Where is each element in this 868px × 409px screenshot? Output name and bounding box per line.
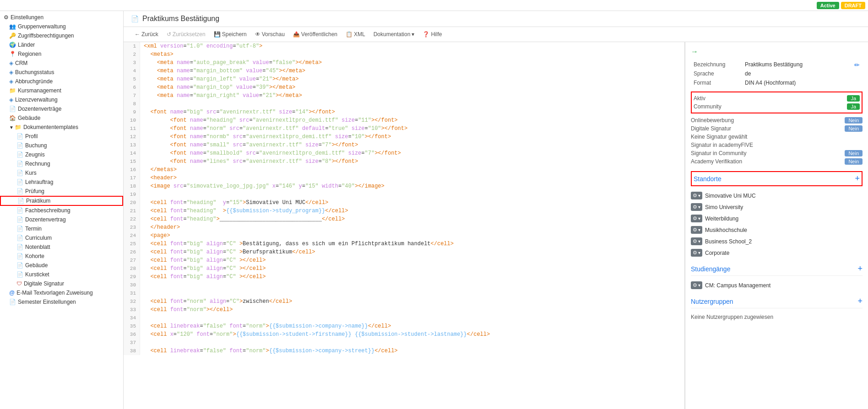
sidebar-item-email-textvorlagen[interactable]: @ E-Mail Textvorlagen Zuweisung xyxy=(0,288,123,297)
help-button[interactable]: ❓ Hilfe xyxy=(419,30,445,39)
file-icon: 📄 xyxy=(16,179,23,185)
sidebar-item-zeugnis[interactable]: 📄 Zeugnis xyxy=(0,150,123,159)
studiengang-name: CM: Campus Management xyxy=(705,282,770,289)
xml-line: 31 xyxy=(124,289,684,297)
sidebar-item-prufung[interactable]: 📄 Prüfung xyxy=(0,187,123,196)
file-icon: 📄 xyxy=(17,198,24,204)
xml-line: 35 <cell linebreak="false" font="norm">{… xyxy=(124,322,684,330)
sidebar-item-notenblatt[interactable]: 📄 Notenblatt xyxy=(0,242,123,252)
info-label: Sprache xyxy=(692,70,742,78)
sidebar-item-curriculum[interactable]: 📄 Curriculum xyxy=(0,233,123,242)
nutzergruppen-add-button[interactable]: + xyxy=(857,296,863,306)
location-gear-button[interactable]: ⚙ ▾ xyxy=(691,237,702,245)
sidebar-item-einstellungen[interactable]: ⚙ Einstellungen xyxy=(0,13,123,22)
gear-icon: ⚙ xyxy=(693,282,697,288)
sidebar-item-kurs[interactable]: 📄 Kurs xyxy=(0,168,123,178)
sidebar-item-label: CRM xyxy=(15,60,27,66)
xml-icon: 📋 xyxy=(346,31,353,38)
page-title: Praktikums Bestätigung xyxy=(142,15,219,23)
semester-icon: 📄 xyxy=(9,299,16,305)
location-name: Business School_2 xyxy=(705,238,752,245)
sidebar-item-label: Semester Einstellungen xyxy=(18,299,76,305)
location-gear-button[interactable]: ⚙ ▾ xyxy=(691,249,702,257)
save-button[interactable]: 💾 Speichern xyxy=(210,30,250,39)
standorte-title: Standorte xyxy=(694,175,722,183)
sidebar-item-label: Kursmanagement xyxy=(18,87,61,94)
community-row: Community Ja xyxy=(694,102,860,111)
reset-button[interactable]: ↺ Zurücksetzen xyxy=(163,30,209,39)
studiengange-list: ⚙ ▾ CM: Campus Management xyxy=(691,280,863,291)
xml-editor[interactable]: 1 <xml version="1.0" encoding="utf-8"> 2… xyxy=(124,42,685,409)
file-icon: 📄 xyxy=(16,170,23,176)
crm-icon: ◈ xyxy=(9,60,13,66)
sidebar-item-gruppenverwaltung[interactable]: 👥 Gruppenverwaltung xyxy=(0,22,123,31)
studiengang-gear-button[interactable]: ⚙ ▾ xyxy=(691,281,702,289)
sidebar-item-fachbeschreibung[interactable]: 📄 Fachbeschreibung xyxy=(0,206,123,215)
sidebar-item-digitale-signatur[interactable]: 🛡 Digitale Signatur xyxy=(0,279,123,288)
info-value-sprache: de xyxy=(743,70,846,78)
sidebar-item-zugriffsberechtigungen[interactable]: 🔑 Zugriffsberechtigungen xyxy=(0,31,123,40)
page-title-bar: 📄 Praktikums Bestätigung xyxy=(124,11,868,27)
location-gear-button[interactable]: ⚙ ▾ xyxy=(691,215,702,222)
xml-line: 21 <cell font="heading" >{{$submission->… xyxy=(124,207,684,215)
sidebar-item-gebaude2[interactable]: 📄 Gebäude xyxy=(0,261,123,270)
sidebar-item-buchungsstatus[interactable]: ◈ Buchungsstatus xyxy=(0,68,123,77)
panel-arrow: → xyxy=(691,48,863,56)
building-icon: 🏠 xyxy=(9,115,16,121)
xml-line: 2 <metas> xyxy=(124,50,684,59)
digitale-signatur-row: Digitale Signatur Nein xyxy=(691,124,863,133)
sidebar-item-label: Lizenzverwaltung xyxy=(15,97,58,103)
standorte-add-button[interactable]: + xyxy=(855,174,860,183)
sidebar-item-profil[interactable]: 📄 Profil xyxy=(0,132,123,141)
info-label: Format xyxy=(692,79,742,87)
location-name: Simo University xyxy=(705,204,743,210)
location-gear-button[interactable]: ⚙ ▾ xyxy=(691,226,702,234)
sidebar-item-semester-einstellungen[interactable]: 📄 Semester Einstellungen xyxy=(0,297,123,307)
sidebar-item-abbruchgrunde[interactable]: ◈ Abbruchgründe xyxy=(0,77,123,86)
publish-button[interactable]: 📤 Veröffentlichen xyxy=(289,30,341,39)
sidebar-item-gebaude[interactable]: 🏠 Gebäude xyxy=(0,113,123,123)
xml-button[interactable]: 📋 XML xyxy=(342,30,369,39)
xml-line: 13 <font name="small" src="avenirnextr.t… xyxy=(124,141,684,149)
back-button[interactable]: ← Zurück xyxy=(131,30,162,39)
sidebar-item-kursticket[interactable]: 📄 Kursticket xyxy=(0,270,123,279)
sidebar-item-termin[interactable]: 📄 Termin xyxy=(0,224,123,233)
standorte-section-header: Standorte + xyxy=(691,171,863,186)
xml-line: 20 <cell font="heading" y="15">Simovativ… xyxy=(124,199,684,207)
edit-icon[interactable]: ✏ xyxy=(854,61,860,69)
signatur-community-badge: Nein xyxy=(845,150,863,156)
xml-line: 26 <cell font="big" align="C" >Berufspra… xyxy=(124,248,684,256)
sidebar-item-crm[interactable]: ◈ CRM xyxy=(0,59,123,68)
academy-verifikation-label: Academy Verifikation xyxy=(691,158,742,165)
sidebar-item-rechnung[interactable]: 📄 Rechnung xyxy=(0,159,123,168)
xml-line: 4 <meta name="margin_bottom" value="45">… xyxy=(124,67,684,75)
sidebar-item-dokumententemplates[interactable]: ▼ 📁 Dokumententemplates xyxy=(0,123,123,132)
location-gear-button[interactable]: ⚙ ▾ xyxy=(691,192,702,199)
sidebar-item-kohorte[interactable]: 📄 Kohorte xyxy=(0,252,123,261)
location-gear-button[interactable]: ⚙ ▾ xyxy=(691,203,702,211)
sidebar-item-regionen[interactable]: 📍 Regionen xyxy=(0,49,123,59)
doc-icon: 📄 xyxy=(9,106,16,112)
documentation-button[interactable]: Dokumentation ▾ xyxy=(370,30,418,39)
sidebar-item-label: Zeugnis xyxy=(25,151,45,158)
studiengange-add-button[interactable]: + xyxy=(857,264,863,274)
aktiv-badge: Ja xyxy=(847,95,860,102)
sidebar-item-praktikum[interactable]: 📄 Praktikum xyxy=(0,196,123,206)
sidebar-item-label: Gebäude xyxy=(18,115,40,121)
no-users-text: Keine Nutzergruppen zugewiesen xyxy=(691,312,863,322)
file-icon: 📄 xyxy=(16,133,23,140)
preview-button[interactable]: 👁 Vorschau xyxy=(251,30,288,39)
xml-line: 18 <image src="simovative_logo_jpg.jpg" … xyxy=(124,182,684,190)
xml-line: 33 <cell font="norm"></cell> xyxy=(124,306,684,314)
sidebar-item-dozentenvertrage[interactable]: 📄 Dozentenverträge xyxy=(0,104,123,113)
sidebar-item-kursmanagement[interactable]: 📁 Kursmanagement xyxy=(0,86,123,95)
sidebar-item-lehrauftrag[interactable]: 📄 Lehrauftrag xyxy=(0,178,123,187)
location-item: ⚙ ▾ Simovative Uni MUC xyxy=(691,190,863,201)
sidebar-item-lizenzverwaltung[interactable]: ◈ Lizenzverwaltung xyxy=(0,95,123,104)
sidebar-item-buchung[interactable]: 📄 Buchung xyxy=(0,141,123,150)
community-badge: Ja xyxy=(847,103,860,110)
xml-line: 8 xyxy=(124,100,684,108)
sidebar-item-dozentenvertrag2[interactable]: 📄 Dozentenvertrag xyxy=(0,215,123,224)
sidebar-item-lander[interactable]: 🌍 Länder xyxy=(0,40,123,49)
chevron-down-icon: ▾ xyxy=(698,239,700,244)
